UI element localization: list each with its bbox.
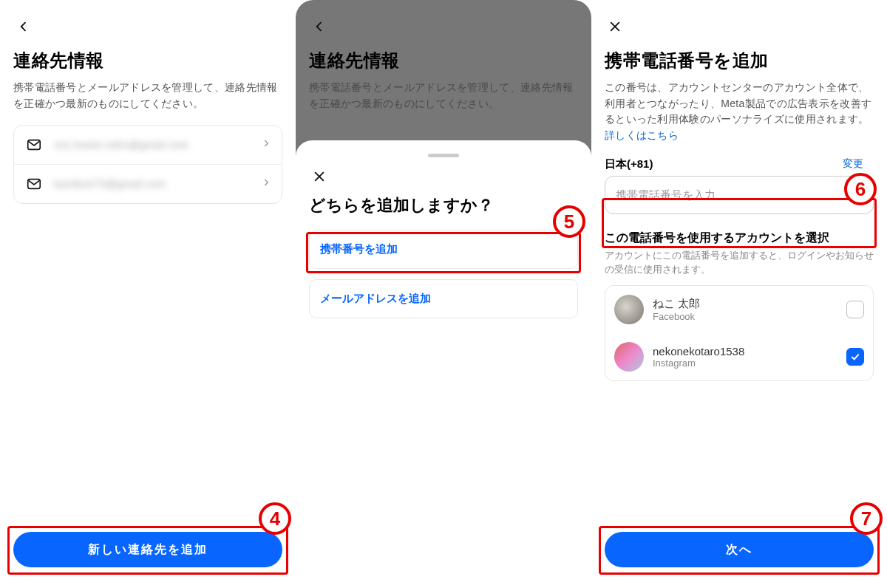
panel-add-phone: 携帯電話番号を追加 この番号は、アカウントセンターのアカウント全体で、利用者とつ…: [591, 0, 887, 588]
contact-email: kamiko073@gmail.com: [54, 178, 261, 190]
account-name: ねこ 太郎: [653, 297, 846, 311]
learn-more-link[interactable]: 詳しくはこちら: [605, 129, 679, 141]
page-title: 携帯電話番号を追加: [605, 49, 874, 72]
back-icon: [309, 16, 330, 37]
account-row[interactable]: ねこ 太郎 Facebook: [605, 286, 873, 333]
chevron-right-icon: [261, 177, 271, 191]
page-title: 連絡先情報: [13, 49, 282, 72]
panel-contact-info: 連絡先情報 携帯電話番号とメールアドレスを管理して、連絡先情報を正確かつ最新のも…: [0, 0, 296, 588]
change-country-link[interactable]: 変更: [843, 157, 863, 171]
add-contact-button[interactable]: 新しい連絡先を追加: [13, 532, 282, 567]
avatar: [614, 295, 644, 324]
option-add-email[interactable]: メールアドレスを追加: [309, 279, 578, 318]
page-description: この番号は、アカウントセンターのアカウント全体で、利用者とつながったり、Meta…: [605, 80, 874, 144]
callout-7: 7: [850, 502, 883, 535]
phone-input[interactable]: [616, 188, 863, 201]
bottom-sheet: どちらを追加しますか？ 携帯番号を追加 メールアドレスを追加: [296, 140, 591, 588]
account-row[interactable]: nekonekotaro1538 Instagram: [605, 333, 873, 380]
option-add-phone[interactable]: 携帯番号を追加: [309, 230, 578, 269]
close-icon[interactable]: [605, 16, 625, 37]
sheet-grabber[interactable]: [428, 154, 459, 157]
back-icon[interactable]: [13, 16, 34, 37]
phone-input-wrapper[interactable]: [605, 176, 874, 214]
account-checkbox[interactable]: [846, 348, 864, 366]
mail-icon: [24, 135, 44, 154]
country-code-label: 日本(+81): [605, 157, 653, 170]
page-title: 連絡先情報: [309, 49, 578, 72]
avatar: [614, 342, 644, 372]
next-button[interactable]: 次へ: [605, 532, 874, 567]
contact-row[interactable]: kamiko073@gmail.com: [14, 165, 282, 203]
sheet-title: どちらを追加しますか？: [309, 194, 578, 216]
callout-4: 4: [259, 502, 291, 535]
panel-add-chooser: 連絡先情報 携帯電話番号とメールアドレスを管理して、連絡先情報を正確かつ最新のも…: [296, 0, 591, 588]
contact-list: sns.howto.neko@gmail.com kamiko073@gmail…: [13, 125, 282, 204]
close-icon[interactable]: [309, 166, 330, 187]
account-platform: Instagram: [653, 358, 846, 369]
chevron-right-icon: [261, 138, 271, 151]
account-checkbox[interactable]: [846, 301, 864, 318]
mail-icon: [24, 174, 44, 194]
accounts-section-desc: アカウントにこの電話番号を追加すると、ログインやお知らせの受信に使用されます。: [605, 249, 874, 277]
account-platform: Facebook: [653, 311, 846, 322]
page-subtitle: 携帯電話番号とメールアドレスを管理して、連絡先情報を正確かつ最新のものにしてくだ…: [13, 80, 282, 112]
contact-row[interactable]: sns.howto.neko@gmail.com: [14, 126, 282, 165]
page-subtitle: 携帯電話番号とメールアドレスを管理して、連絡先情報を正確かつ最新のものにしてくだ…: [309, 80, 578, 112]
contact-email: sns.howto.neko@gmail.com: [54, 139, 261, 151]
account-name: nekonekotaro1538: [653, 345, 846, 358]
account-list: ねこ 太郎 Facebook nekonekotaro1538 Instagra…: [605, 285, 874, 381]
accounts-section-title: この電話番号を使用するアカウントを選択: [605, 230, 874, 246]
